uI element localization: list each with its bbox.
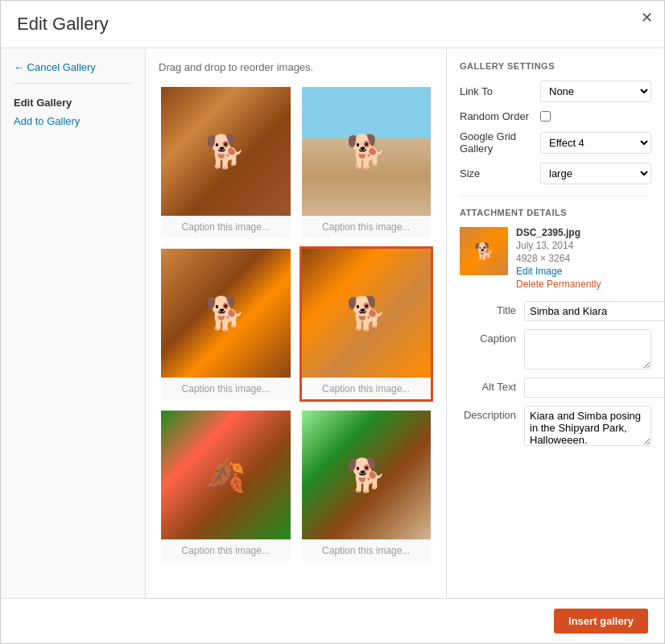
add-to-gallery-link[interactable]: Add to Gallery (14, 115, 132, 127)
gallery-area: Drag and drop to reorder images. 🐕 Capti… (146, 48, 447, 598)
gallery-image-2: 🐕 (302, 87, 432, 216)
alt-text-input[interactable] (524, 378, 664, 398)
caption-textarea[interactable] (524, 329, 651, 369)
random-order-checkbox[interactable] (540, 111, 551, 122)
description-row: Description Kiara and Simba posing in th… (460, 406, 651, 446)
attachment-details: 🐕 DSC_2395.jpg July 13, 2014 4928 × 3264… (460, 227, 651, 290)
gallery-item[interactable]: 🐕 Caption this image... (159, 85, 293, 240)
attachment-details-heading: ATTACHMENT DETAILS (460, 208, 651, 217)
gallery-image-4: 🐕 (302, 249, 432, 378)
drag-hint: Drag and drop to reorder images. (159, 61, 433, 73)
delete-permanently-link[interactable]: Delete Permanently (516, 279, 601, 290)
gallery-image-3: 🐕 (161, 249, 291, 378)
link-to-select[interactable]: None Media File Attachment Page (540, 80, 651, 102)
attachment-info: DSC_2395.jpg July 13, 2014 4928 × 3264 E… (516, 227, 601, 290)
modal-footer: Insert gallery (1, 598, 664, 643)
description-textarea[interactable]: Kiara and Simba posing in the Shipyard P… (524, 406, 651, 446)
size-select[interactable]: thumbnail medium large full (540, 163, 651, 184)
sidebar: ← Cancel Gallery Edit Gallery Add to Gal… (1, 48, 146, 598)
google-grid-row: Google Grid Gallery Effect 1 Effect 2 Ef… (460, 130, 651, 155)
google-grid-label: Google Grid Gallery (460, 130, 540, 155)
title-label: Title (460, 301, 524, 316)
caption-label: Caption (460, 329, 524, 345)
edit-gallery-heading: Edit Gallery (14, 97, 132, 109)
insert-gallery-button[interactable]: Insert gallery (554, 609, 648, 634)
gallery-item[interactable]: 🐕 Caption this image... (159, 246, 293, 402)
title-row: Title (460, 301, 651, 321)
edit-gallery-modal: Edit Gallery ✕ ← Cancel Gallery Edit Gal… (0, 0, 665, 644)
gallery-image-6: 🐕 (302, 411, 432, 539)
size-row: Size thumbnail medium large full (460, 163, 651, 184)
gallery-image-5: 🍂 (161, 411, 291, 539)
modal-title: Edit Gallery (17, 14, 109, 35)
gallery-item[interactable]: 🐕 Caption this image... (299, 408, 434, 564)
caption-1[interactable]: Caption this image... (161, 216, 291, 237)
gallery-grid: 🐕 Caption this image... 🐕 Caption this i… (159, 85, 433, 564)
description-label: Description (460, 406, 524, 421)
caption-3[interactable]: Caption this image... (161, 378, 291, 399)
caption-row: Caption (460, 329, 651, 369)
modal-body: ← Cancel Gallery Edit Gallery Add to Gal… (1, 48, 664, 598)
attachment-filename: DSC_2395.jpg (516, 227, 601, 238)
settings-panel: GALLERY SETTINGS Link To None Media File… (447, 48, 664, 598)
settings-divider (460, 196, 651, 196)
attachment-thumbnail: 🐕 (460, 227, 508, 275)
random-order-label: Random Order (460, 110, 540, 122)
gallery-item[interactable]: 🍂 Caption this image... (159, 408, 293, 564)
gallery-item-selected[interactable]: 🐕 Caption this image... (299, 246, 434, 402)
gallery-image-1: 🐕 (161, 87, 291, 216)
edit-image-link[interactable]: Edit Image (516, 266, 601, 277)
cancel-gallery-link[interactable]: ← Cancel Gallery (14, 61, 132, 84)
caption-4[interactable]: Caption this image... (302, 378, 432, 399)
attachment-dimensions: 4928 × 3264 (516, 253, 601, 264)
modal-header: Edit Gallery ✕ (1, 1, 664, 48)
size-label: Size (460, 167, 540, 180)
caption-2[interactable]: Caption this image... (302, 216, 432, 237)
google-grid-select[interactable]: Effect 1 Effect 2 Effect 3 Effect 4 (540, 132, 651, 154)
gallery-item[interactable]: 🐕 Caption this image... (299, 85, 434, 240)
alt-text-label: Alt Text (460, 378, 524, 393)
gallery-settings-heading: GALLERY SETTINGS (460, 61, 651, 71)
title-input[interactable] (524, 301, 664, 321)
caption-6[interactable]: Caption this image... (302, 539, 432, 561)
caption-5[interactable]: Caption this image... (161, 539, 291, 561)
alt-text-row: Alt Text (460, 378, 651, 398)
link-to-label: Link To (460, 85, 540, 97)
attachment-date: July 13, 2014 (516, 240, 601, 251)
close-button[interactable]: ✕ (641, 10, 653, 25)
link-to-row: Link To None Media File Attachment Page (460, 80, 651, 102)
random-order-row: Random Order (460, 110, 651, 122)
